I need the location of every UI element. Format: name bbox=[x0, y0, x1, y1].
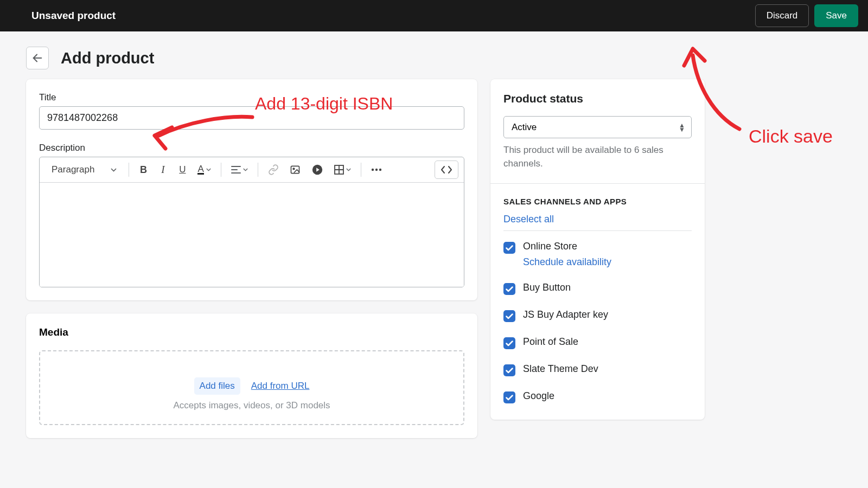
deselect-all-link[interactable]: Deselect all bbox=[503, 214, 692, 225]
svg-point-5 bbox=[293, 168, 295, 170]
text-color-icon: A bbox=[197, 165, 203, 175]
channel-checkbox[interactable] bbox=[503, 337, 515, 349]
caret-down-icon bbox=[206, 168, 211, 171]
channel-row: JS Buy Adapter key bbox=[503, 309, 692, 322]
channel-label: Google bbox=[523, 390, 692, 402]
code-icon bbox=[441, 165, 452, 174]
status-help-text: This product will be available to 6 sale… bbox=[503, 144, 692, 170]
check-icon bbox=[506, 395, 513, 401]
discard-button[interactable]: Discard bbox=[755, 4, 809, 27]
svg-point-12 bbox=[379, 169, 381, 171]
italic-button[interactable]: I bbox=[154, 160, 171, 179]
link-icon bbox=[268, 164, 279, 175]
media-dropzone[interactable]: Add files Add from URL Accepts images, v… bbox=[39, 350, 464, 425]
rte-style-label: Paragraph bbox=[52, 164, 94, 175]
channel-row: Slate Theme Dev bbox=[503, 363, 692, 376]
media-card: Media Add files Add from URL Accepts ima… bbox=[26, 313, 477, 438]
rte-content-area[interactable] bbox=[40, 183, 464, 287]
channel-label: Buy Button bbox=[523, 282, 692, 293]
channel-checkbox[interactable] bbox=[503, 364, 515, 376]
channel-label: Online Store bbox=[523, 241, 692, 252]
channel-checkbox[interactable] bbox=[503, 391, 515, 403]
add-files-button[interactable]: Add files bbox=[194, 377, 240, 395]
topbar-actions: Discard Save bbox=[755, 4, 858, 27]
channel-row: Google bbox=[503, 390, 692, 403]
rich-text-editor: Paragraph B I U A bbox=[39, 157, 464, 287]
channel-row: Online StoreSchedule availability bbox=[503, 241, 692, 268]
media-help-text: Accepts images, videos, or 3D models bbox=[51, 400, 452, 411]
channel-label: Point of Sale bbox=[523, 336, 692, 348]
caret-down-icon bbox=[346, 168, 351, 171]
media-title: Media bbox=[39, 326, 464, 338]
channel-row: Buy Button bbox=[503, 282, 692, 295]
check-icon bbox=[506, 368, 513, 374]
bold-icon: B bbox=[140, 164, 147, 176]
channel-checkbox[interactable] bbox=[503, 283, 515, 295]
svg-point-11 bbox=[375, 169, 378, 171]
title-label: Title bbox=[39, 92, 464, 103]
topbar-title: Unsaved product bbox=[31, 10, 116, 22]
product-details-card: Title Description Paragraph B I U bbox=[26, 79, 477, 300]
image-icon bbox=[290, 164, 301, 175]
more-icon bbox=[371, 168, 382, 171]
align-left-icon bbox=[231, 166, 241, 174]
save-button[interactable]: Save bbox=[814, 4, 858, 27]
rte-toolbar: Paragraph B I U A bbox=[40, 157, 464, 183]
image-button[interactable] bbox=[285, 160, 305, 179]
check-icon bbox=[506, 245, 513, 251]
product-status-card: Product status Active ▲▼ This product wi… bbox=[490, 79, 705, 420]
schedule-availability-link[interactable]: Schedule availability bbox=[523, 256, 692, 268]
link-button[interactable] bbox=[264, 160, 283, 179]
code-view-button[interactable] bbox=[435, 160, 458, 179]
channel-checkbox[interactable] bbox=[503, 310, 515, 322]
caret-down-icon bbox=[111, 168, 117, 172]
text-color-button[interactable]: A bbox=[193, 160, 215, 179]
channel-label: JS Buy Adapter key bbox=[523, 309, 692, 320]
caret-down-icon bbox=[243, 168, 248, 171]
table-button[interactable] bbox=[330, 160, 355, 179]
arrow-left-icon bbox=[31, 52, 43, 64]
video-button[interactable] bbox=[307, 160, 328, 179]
underline-button[interactable]: U bbox=[174, 160, 191, 179]
annotation-isbn-arrow bbox=[149, 114, 258, 155]
rte-paragraph-dropdown[interactable]: Paragraph bbox=[45, 161, 123, 178]
top-bar: Unsaved product Discard Save bbox=[0, 0, 868, 31]
italic-icon: I bbox=[161, 164, 164, 176]
channel-row: Point of Sale bbox=[503, 336, 692, 349]
check-icon bbox=[506, 313, 513, 319]
check-icon bbox=[506, 341, 513, 346]
annotation-save-text: Click save bbox=[749, 126, 833, 147]
annotation-isbn-text: Add 13-digit ISBN bbox=[255, 94, 393, 114]
sales-channels-title: SALES CHANNELS AND APPS bbox=[503, 197, 692, 206]
channel-label: Slate Theme Dev bbox=[523, 363, 692, 375]
annotation-save-arrow bbox=[681, 42, 757, 134]
table-icon bbox=[334, 165, 344, 175]
product-status-title: Product status bbox=[503, 92, 692, 105]
svg-rect-4 bbox=[291, 166, 299, 173]
underline-icon: U bbox=[179, 164, 186, 175]
more-button[interactable] bbox=[367, 160, 386, 179]
svg-point-10 bbox=[372, 169, 374, 171]
status-select[interactable]: Active bbox=[503, 116, 692, 138]
page-title: Add product bbox=[61, 49, 154, 67]
bold-button[interactable]: B bbox=[135, 160, 152, 179]
back-button[interactable] bbox=[26, 47, 49, 69]
check-icon bbox=[506, 286, 513, 292]
video-icon bbox=[311, 164, 323, 176]
add-from-url-link[interactable]: Add from URL bbox=[251, 381, 310, 391]
channel-checkbox[interactable] bbox=[503, 242, 515, 254]
align-button[interactable] bbox=[227, 160, 252, 179]
